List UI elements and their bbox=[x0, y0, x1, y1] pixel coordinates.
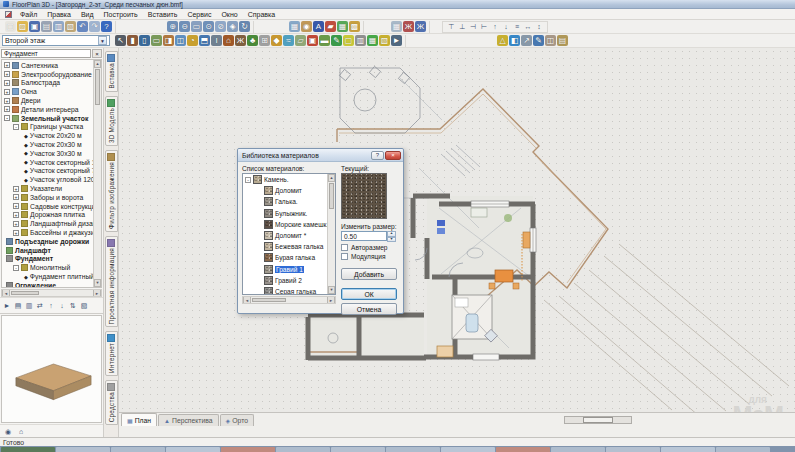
person-tool-icon[interactable]: Ж bbox=[235, 35, 246, 46]
materials-icon[interactable]: ▩ bbox=[349, 21, 360, 32]
tree-expander[interactable]: + bbox=[13, 194, 19, 200]
water-tool-icon[interactable]: ≈ bbox=[283, 35, 294, 46]
floor-selector[interactable]: Второй этаж ▼ bbox=[2, 35, 110, 46]
save-icon[interactable]: ▣ bbox=[29, 21, 40, 32]
tree-item[interactable]: - Земельный участок bbox=[2, 114, 98, 123]
wall-tool-icon[interactable]: ▮ bbox=[127, 35, 138, 46]
tree-expander[interactable]: - bbox=[13, 265, 19, 271]
tree-item[interactable]: - Монолитный bbox=[2, 263, 98, 272]
window-tool-icon[interactable]: ◫ bbox=[175, 35, 186, 46]
material-list-item[interactable]: Булыжник. bbox=[243, 208, 327, 219]
center-v-icon[interactable]: ↕ bbox=[534, 22, 544, 32]
camera-icon[interactable]: ◉ bbox=[301, 21, 312, 32]
tree-item[interactable]: + Детали интерьера bbox=[2, 105, 98, 114]
arc-tool-icon[interactable]: ◔ bbox=[187, 35, 198, 46]
tree-item[interactable]: + Указатели bbox=[2, 184, 98, 193]
align-left-icon[interactable]: ⊣ bbox=[468, 22, 478, 32]
menu-item[interactable]: Вид bbox=[76, 10, 99, 19]
material-list-item[interactable]: Бежевая галька bbox=[243, 241, 327, 252]
vtab-insert[interactable]: Вставка bbox=[105, 51, 118, 92]
copy-icon[interactable]: ▥ bbox=[53, 21, 64, 32]
tree-item[interactable]: ◆ Участок секторный 700 кв.м bbox=[2, 167, 98, 176]
door-tool-icon[interactable]: ◨ bbox=[163, 35, 174, 46]
tree-item[interactable]: ◆ Фундамент плитный bbox=[2, 272, 98, 281]
tree-item[interactable]: ◆ Участок угловой 1200 кв.м bbox=[2, 175, 98, 184]
align-right-icon[interactable]: ⊢ bbox=[479, 22, 489, 32]
material-list-hscrollbar[interactable]: ◄► bbox=[242, 296, 336, 304]
tree-expander[interactable]: + bbox=[13, 230, 19, 236]
lp-newfolder-icon[interactable]: ▥ bbox=[24, 301, 34, 311]
lp-open-icon[interactable]: ▤ bbox=[13, 301, 23, 311]
fill-icon[interactable]: ◧ bbox=[509, 35, 520, 46]
cancel-button[interactable]: Отмена bbox=[341, 303, 397, 315]
vtab-tools[interactable]: Средства bbox=[105, 380, 118, 425]
taskbar-button[interactable] bbox=[551, 447, 605, 452]
tree-item[interactable]: + Ландшафтный дизайн bbox=[2, 219, 98, 228]
tree-expander[interactable]: + bbox=[13, 212, 19, 218]
modulation-checkbox[interactable]: Модуляция bbox=[341, 253, 399, 260]
material-list-item[interactable]: Гравий 2 bbox=[243, 275, 327, 286]
path-tool-icon[interactable]: ▱ bbox=[295, 35, 306, 46]
vtab-project-info[interactable]: Проектная информация bbox=[105, 236, 118, 327]
plant-tool-icon[interactable]: ♣ bbox=[247, 35, 258, 46]
vtab-3d-model[interactable]: 3D Модель bbox=[105, 96, 118, 146]
taskbar-button[interactable] bbox=[331, 447, 385, 452]
home-tool-icon[interactable]: ⌂ bbox=[223, 35, 234, 46]
menu-item[interactable]: Построить bbox=[99, 10, 143, 19]
zoom-select-icon[interactable]: ◈ bbox=[227, 21, 238, 32]
taskbar-button[interactable] bbox=[56, 447, 110, 452]
help-icon[interactable]: ? bbox=[101, 21, 112, 32]
material-list-item[interactable]: Доломит bbox=[243, 185, 327, 196]
tree-item[interactable]: ◆ Участок 30x30 м bbox=[2, 149, 98, 158]
checkbox-icon[interactable] bbox=[341, 253, 348, 260]
tree-item[interactable]: Фундамент bbox=[2, 255, 98, 264]
close-icon[interactable]: × bbox=[385, 151, 401, 160]
dialog-title-bar[interactable]: Библиотека материалов ? × bbox=[238, 149, 403, 162]
vtab-image-filter[interactable]: Фильтр изображения bbox=[105, 150, 118, 232]
align-top-icon[interactable]: ⊤ bbox=[446, 22, 456, 32]
menu-item[interactable]: Сервис bbox=[182, 10, 216, 19]
canvas-horizontal-scrollbar[interactable] bbox=[564, 416, 632, 424]
zoom-extents-icon[interactable]: ⊙ bbox=[203, 21, 214, 32]
taskbar-button[interactable] bbox=[441, 447, 495, 452]
edit-icon[interactable]: ✎ bbox=[533, 35, 544, 46]
open-folder-icon[interactable]: ▨ bbox=[17, 21, 28, 32]
column-tool-icon[interactable]: ▯ bbox=[139, 35, 150, 46]
text-label-icon[interactable]: A bbox=[313, 21, 324, 32]
move-down-icon[interactable]: ↓ bbox=[501, 22, 511, 32]
autosize-checkbox[interactable]: Авторазмер bbox=[341, 244, 399, 251]
fence-tool-icon[interactable]: ⊞ bbox=[259, 35, 270, 46]
taskbar-button[interactable] bbox=[1, 447, 55, 452]
zoom-prev-icon[interactable]: ⊘ bbox=[215, 21, 226, 32]
fly-mode-icon[interactable]: Ж bbox=[415, 21, 426, 32]
zoom-out-icon[interactable]: ⊖ bbox=[179, 21, 190, 32]
tree-item[interactable]: + Двери bbox=[2, 96, 98, 105]
stairs-tool-icon[interactable]: ▧ bbox=[379, 35, 390, 46]
center-h-icon[interactable]: ↔ bbox=[523, 22, 533, 32]
lamp-tool-icon[interactable]: ▢ bbox=[343, 35, 354, 46]
beam-tool-icon[interactable]: I bbox=[211, 35, 222, 46]
lp-link-icon[interactable]: ⇅ bbox=[68, 301, 78, 311]
menu-item[interactable]: Вставить bbox=[143, 10, 183, 19]
walkthrough-icon[interactable]: ⌂ bbox=[16, 426, 26, 436]
zoom-in-icon[interactable]: ⊕ bbox=[167, 21, 178, 32]
material-list-item[interactable]: Бурая галька bbox=[243, 252, 327, 263]
align-bottom-icon[interactable]: ⊥ bbox=[457, 22, 467, 32]
redo-icon[interactable]: ↷ bbox=[89, 21, 100, 32]
taskbar-button[interactable] bbox=[166, 447, 220, 452]
close-icon[interactable]: × bbox=[92, 49, 102, 58]
distribute-icon[interactable]: ≡ bbox=[512, 22, 522, 32]
vtab-internet[interactable]: Интернет bbox=[105, 331, 118, 376]
cabinet-tool-icon[interactable]: ▥ bbox=[355, 35, 366, 46]
tree-item[interactable]: Подъездные дорожки bbox=[2, 237, 98, 246]
material-expander[interactable]: - bbox=[245, 177, 251, 183]
tree-horizontal-scrollbar[interactable]: ◄► bbox=[1, 289, 102, 297]
material-list-item[interactable]: Доломит * bbox=[243, 230, 327, 241]
menu-item[interactable]: Файл bbox=[15, 10, 42, 19]
help-icon[interactable]: ? bbox=[371, 151, 384, 160]
refresh-icon[interactable]: ↻ bbox=[239, 21, 250, 32]
pick-icon[interactable]: ↗ bbox=[521, 35, 532, 46]
taskbar-button[interactable] bbox=[606, 447, 660, 452]
lp-swap-icon[interactable]: ⇄ bbox=[35, 301, 45, 311]
background-image-icon[interactable]: ▦ bbox=[289, 21, 300, 32]
